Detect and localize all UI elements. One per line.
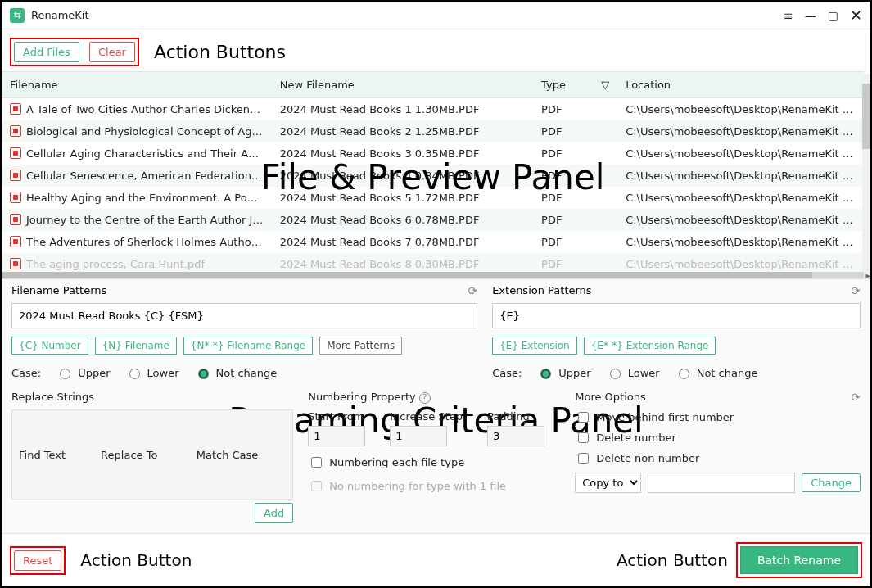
filter-icon[interactable]: ▽ [601, 79, 609, 91]
pdf-icon [10, 236, 21, 247]
batch-rename-button[interactable]: Batch Rename [740, 546, 858, 574]
clear-button[interactable]: Clear [89, 42, 135, 62]
close-icon[interactable]: ✕ [850, 7, 862, 24]
pdf-icon [10, 192, 21, 203]
padding-label: Padding [487, 410, 544, 423]
start-from-label: Start From [308, 410, 365, 423]
no-numbering-single[interactable]: No numbering for type with 1 file [308, 478, 560, 494]
table-row[interactable]: Biological and Physiological Concept of … [2, 120, 864, 142]
ext-case-lower[interactable]: Lower [606, 366, 660, 379]
refresh-icon[interactable]: ⟳ [851, 391, 861, 404]
chip-more-patterns[interactable]: More Patterns [319, 337, 402, 355]
filename-pattern-input[interactable] [11, 303, 477, 328]
padding-input[interactable] [487, 426, 544, 446]
col-location[interactable]: Location [617, 72, 864, 98]
vertical-scrollbar[interactable] [862, 74, 870, 278]
table-row[interactable]: The aging process, Cara Hunt.pdf2024 Mus… [2, 253, 864, 272]
pdf-icon [10, 125, 21, 137]
file-table-wrap: Filename New Filename Type▽ Location A T… [2, 71, 864, 278]
replace-title: Replace Strings [11, 391, 293, 403]
col-type[interactable]: Type▽ [533, 72, 617, 98]
ext-case-upper[interactable]: Upper [536, 366, 590, 379]
table-row[interactable]: Cellular Senescence, American Federation… [2, 165, 864, 187]
case-not-change[interactable]: Not change [194, 366, 278, 379]
replace-add-button[interactable]: Add [255, 503, 293, 523]
window-buttons: ≡ — ▢ ✕ [784, 7, 862, 24]
refresh-icon[interactable]: ⟳ [851, 284, 861, 297]
chip-c-number[interactable]: {C} Number [11, 337, 88, 355]
increase-step-label: Increase Step [390, 410, 463, 423]
pdf-icon [10, 258, 21, 269]
filename-patterns-panel: ⟳ Filename Patterns {C} Number {N} Filen… [11, 284, 477, 379]
reset-highlight: Reset [10, 546, 66, 575]
ext-case-not-change[interactable]: Not change [675, 366, 758, 379]
add-files-button[interactable]: Add Files [14, 42, 79, 62]
col-filename[interactable]: Filename [2, 72, 272, 98]
pdf-icon [10, 103, 21, 115]
replace-strings-panel: Replace Strings Find Text Replace To Mat… [11, 391, 293, 523]
replace-table: Find Text Replace To Match Case [11, 409, 293, 500]
action-buttons-highlight: Add Files Clear [10, 38, 139, 66]
table-row[interactable]: The Adventures of Sherlock Holmes Author… [2, 231, 864, 253]
criteria-area: Renaming Criteria Panel ⟳ Filename Patte… [2, 278, 870, 533]
top-toolbar: Add Files Clear Action Buttons [2, 29, 870, 71]
delete-number[interactable]: Delete number [575, 430, 861, 446]
menu-icon[interactable]: ≡ [784, 9, 793, 22]
numbering-each-type[interactable]: Numbering each file type [308, 455, 560, 470]
more-options-title: More Options [575, 391, 861, 403]
minimize-icon[interactable]: — [805, 9, 816, 22]
extension-pattern-input[interactable] [492, 303, 861, 328]
chip-n-filename[interactable]: {N} Filename [95, 337, 177, 355]
chip-e-extension[interactable]: {E} Extension [492, 337, 577, 355]
ext-case-label: Case: [492, 367, 522, 379]
col-type-label: Type [541, 79, 566, 91]
pdf-icon [10, 170, 21, 181]
case-lower[interactable]: Lower [125, 366, 179, 379]
reset-button[interactable]: Reset [14, 550, 61, 571]
increase-step-input[interactable] [390, 426, 447, 446]
table-row[interactable]: Healthy Aging and the Environment. A Poc… [2, 187, 864, 209]
pdf-icon [10, 147, 21, 159]
copy-to-path[interactable] [648, 473, 795, 493]
footer: Reset Action Button Action Button Batch … [2, 533, 870, 586]
file-table: Filename New Filename Type▽ Location [2, 72, 864, 98]
case-upper[interactable]: Upper [56, 366, 110, 379]
app-icon [10, 8, 25, 23]
start-from-input[interactable] [308, 426, 365, 446]
table-row[interactable]: A Tale of Two Cities Author Charles Dick… [2, 98, 864, 120]
extension-patterns-title: Extension Patterns [492, 284, 861, 296]
table-row[interactable]: Cellular Aging Characteristics and Their… [2, 142, 864, 165]
table-row[interactable]: Journey to the Centre of the Earth Autho… [2, 209, 864, 231]
titlebar: RenameKit ≡ — ▢ ✕ [2, 2, 870, 29]
refresh-icon[interactable]: ⟳ [468, 284, 477, 297]
replace-col-to[interactable]: Replace To [94, 410, 190, 500]
batch-section-label: Action Button [617, 550, 728, 570]
copy-to-select[interactable]: Copy to [575, 473, 641, 493]
extension-patterns-panel: ⟳ Extension Patterns {E} Extension {E*-*… [492, 284, 861, 379]
action-buttons-label: Action Buttons [154, 42, 286, 62]
change-button[interactable]: Change [802, 473, 861, 492]
col-new-filename[interactable]: New Filename [272, 72, 533, 98]
reset-section-label: Action Button [80, 550, 192, 570]
more-options-panel: ⟳ More Options Move behind first number … [575, 391, 861, 523]
delete-non-number[interactable]: Delete non number [575, 450, 861, 466]
move-behind-first-number[interactable]: Move behind first number [575, 409, 861, 425]
maximize-icon[interactable]: ▢ [828, 9, 838, 22]
numbering-panel: Numbering Property? Start From Increase … [308, 391, 560, 523]
numbering-title: Numbering Property? [308, 391, 560, 404]
help-icon[interactable]: ? [419, 392, 431, 404]
replace-col-find[interactable]: Find Text [12, 410, 95, 500]
app-title: RenameKit [31, 9, 784, 21]
chip-n-range[interactable]: {N*-*} Filename Range [183, 337, 313, 355]
pdf-icon [10, 214, 21, 225]
chip-e-range[interactable]: {E*-*} Extension Range [584, 337, 716, 355]
replace-col-match[interactable]: Match Case [190, 410, 293, 500]
filename-patterns-title: Filename Patterns [11, 284, 477, 296]
horizontal-scrollbar[interactable]: ▸ [2, 272, 864, 278]
batch-highlight: Batch Rename [736, 542, 862, 578]
case-label: Case: [11, 367, 41, 379]
